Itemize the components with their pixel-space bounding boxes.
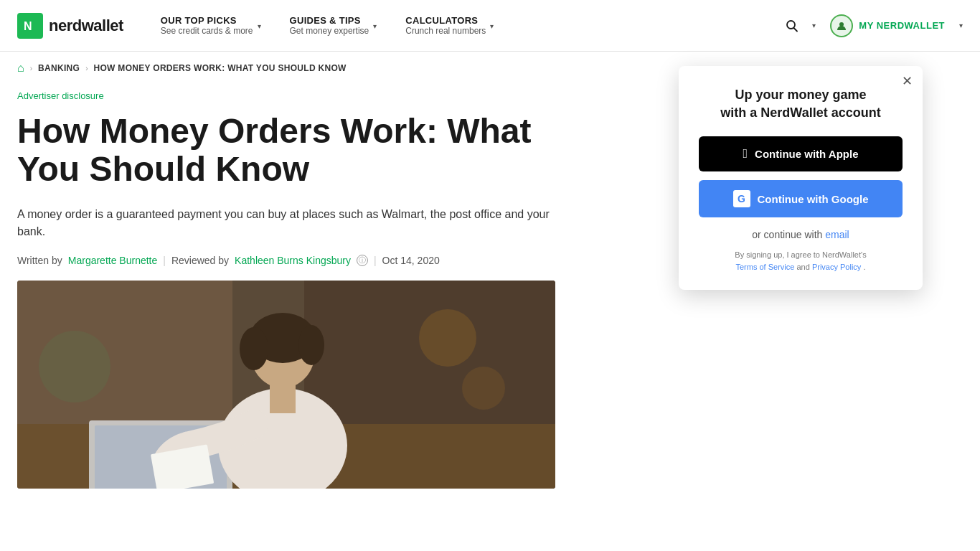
breadcrumb-sep-1: › [30, 65, 32, 72]
nav-calculators-title: CALCULATORS [405, 15, 486, 26]
main-content: Advertiser disclosure How Money Orders W… [0, 90, 646, 489]
svg-rect-12 [270, 385, 296, 413]
site-header: N nerdwallet OUR TOP PICKS See credit ca… [0, 0, 980, 52]
modal-title-line2: with a NerdWallet account [720, 105, 880, 120]
article-hero-image [17, 281, 555, 489]
nav-top-picks-title: OUR TOP PICKS [161, 15, 253, 26]
apple-icon:  [743, 146, 748, 161]
my-nerdwallet-button[interactable]: MY NERDWALLET [821, 9, 953, 43]
header-right: ▾ MY NERDWALLET ▾ [778, 9, 963, 43]
meta-separator-1: | [163, 255, 166, 266]
advertiser-disclosure[interactable]: Advertiser disclosure [17, 90, 628, 101]
my-nerdwallet-chevron-icon: ▾ [959, 22, 963, 29]
google-logo-icon: G [733, 190, 750, 207]
google-button-label: Continue with Google [758, 193, 869, 205]
disclaimer-suffix: . [863, 263, 865, 271]
apple-button-label: Continue with Apple [755, 148, 858, 160]
modal-or-text: or continue with email [699, 229, 903, 240]
main-nav: OUR TOP PICKS See credit cards & more ▾ … [146, 0, 778, 52]
nav-item-calculators[interactable]: CALCULATORS Crunch real numbers ▾ [391, 0, 508, 52]
breadcrumb-sep-2: › [85, 65, 88, 72]
privacy-policy-link[interactable]: Privacy Policy [812, 263, 861, 271]
nav-calculators-chevron-icon: ▾ [490, 22, 494, 30]
breadcrumb-home-icon[interactable]: ⌂ [17, 62, 24, 75]
article-title: How Money Orders Work: What You Should K… [17, 113, 555, 189]
article-subtitle: A money order is a guaranteed payment yo… [17, 206, 555, 240]
svg-point-18 [462, 367, 505, 410]
reviewer-info-icon[interactable]: ⓘ [357, 255, 368, 266]
continue-with-google-button[interactable]: G Continue with Google [699, 180, 903, 217]
my-nerdwallet-label: MY NERDWALLET [859, 20, 945, 31]
modal-close-button[interactable]: ✕ [902, 75, 913, 88]
svg-line-2 [794, 28, 798, 32]
svg-point-16 [298, 325, 324, 365]
article-date: Oct 14, 2020 [382, 255, 440, 266]
search-chevron-icon: ▾ [812, 22, 816, 29]
article-image-svg [17, 281, 555, 489]
or-text: or continue with [752, 229, 822, 240]
modal-title: Up your money game with a NerdWallet acc… [699, 86, 903, 122]
nav-item-guides[interactable]: GUIDES & TIPS Get money expertise ▾ [275, 0, 392, 52]
article-meta: Written by Margarette Burnette | Reviewe… [17, 255, 628, 266]
nav-item-top-picks[interactable]: OUR TOP PICKS See credit cards & more ▾ [146, 0, 275, 52]
logo-wordmark: nerdwallet [49, 17, 123, 35]
signup-modal: ✕ Up your money game with a NerdWallet a… [679, 66, 923, 290]
nav-top-picks-chevron-icon: ▾ [258, 22, 261, 30]
modal-title-line1: Up your money game [735, 88, 866, 102]
nav-guides-subtitle: Get money expertise [290, 26, 369, 36]
breadcrumb-current-page: HOW MONEY ORDERS WORK: WHAT YOU SHOULD K… [93, 63, 346, 73]
continue-with-apple-button[interactable]:  Continue with Apple [699, 136, 903, 171]
email-link[interactable]: email [825, 229, 849, 240]
svg-point-19 [39, 331, 110, 402]
reviewer-link[interactable]: Kathleen Burns Kingsbury [235, 255, 351, 266]
nav-calculators-subtitle: Crunch real numbers [405, 26, 486, 36]
terms-of-service-link[interactable]: Terms of Service [736, 263, 795, 271]
meta-separator-2: | [374, 255, 377, 266]
logo-icon: N [17, 13, 43, 39]
reviewed-by-label: Reviewed by [171, 255, 229, 266]
nav-guides-chevron-icon: ▾ [373, 22, 377, 30]
nav-top-picks-subtitle: See credit cards & more [161, 26, 253, 36]
breadcrumb-banking[interactable]: BANKING [38, 63, 80, 73]
search-button[interactable] [778, 11, 806, 40]
nav-guides-title: GUIDES & TIPS [290, 15, 369, 26]
account-avatar-icon [830, 14, 853, 37]
author-link[interactable]: Margarette Burnette [68, 255, 158, 266]
written-by-label: Written by [17, 255, 62, 266]
modal-disclaimer: By signing up, I agree to NerdWallet's T… [699, 249, 903, 273]
svg-point-15 [240, 327, 268, 370]
disclaimer-and: and [796, 263, 809, 271]
logo-link[interactable]: N nerdwallet [17, 13, 123, 39]
svg-text:N: N [24, 20, 32, 32]
search-icon [785, 19, 799, 33]
svg-point-17 [419, 309, 476, 367]
disclaimer-prefix: By signing up, I agree to NerdWallet's [735, 250, 866, 259]
